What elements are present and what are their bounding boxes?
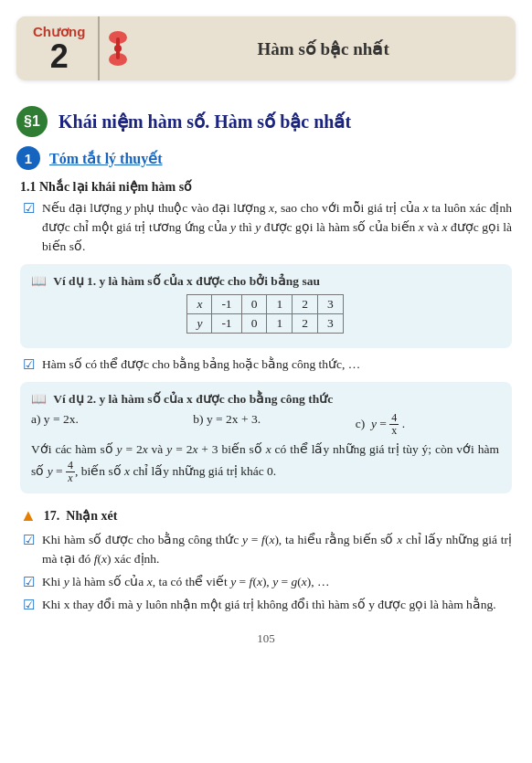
book-icon: 📖 bbox=[31, 274, 47, 288]
bullet-item-2: ☑ Hàm số có thể được cho bằng bảng hoặc … bbox=[20, 355, 512, 375]
example-2-row: a) y = 2x. b) y = 2x + 3. c) y = 4 x . bbox=[31, 412, 499, 437]
table-x-3: 3 bbox=[317, 294, 343, 313]
table-x-0: 0 bbox=[241, 294, 267, 313]
fraction-4-x: 4 x bbox=[389, 412, 399, 437]
example-2-title: 📖 Ví dụ 2. y là hàm số của x được cho bằ… bbox=[31, 391, 499, 407]
table-y-neg1: -1 bbox=[212, 313, 241, 333]
book-icon-2: 📖 bbox=[31, 392, 47, 406]
example-2b: b) y = 2x + 3. bbox=[193, 412, 336, 437]
section-header: §1 Khái niệm hàm số. Hàm số bậc nhất bbox=[16, 106, 516, 137]
example-1-title: 📖 Ví dụ 1. y là hàm số của x được cho bở… bbox=[31, 273, 499, 289]
svg-point-3 bbox=[114, 45, 122, 52]
subsection-header: 1 Tóm tắt lý thuyết bbox=[16, 146, 516, 170]
note-17-title: 17. Nhận xét bbox=[44, 508, 118, 524]
bullet-item-1: ☑ Nếu đại lượng y phụ thuộc vào đại lượn… bbox=[20, 199, 512, 257]
example-2a: a) y = 2x. bbox=[31, 412, 175, 437]
chapter-banner: Chương 2 Hàm số bậc nhất bbox=[16, 16, 516, 80]
table-y-1: 1 bbox=[267, 313, 293, 333]
note-bullet-text-2: Khi y là hàm số của x, ta có thể viết y … bbox=[42, 573, 330, 592]
fraction-4-x-2: 4 x bbox=[66, 460, 75, 484]
example-2c: c) y = 4 x . bbox=[356, 412, 499, 437]
bullet-text-1: Nếu đại lượng y phụ thuộc vào đại lượng … bbox=[42, 199, 512, 257]
example-2-note: Với các hàm số y = 2x và y = 2x + 3 biến… bbox=[31, 440, 499, 484]
note-bullet-3: ☑ Khi x thay đổi mà y luôn nhận một giá … bbox=[20, 596, 512, 615]
page-number: 105 bbox=[0, 631, 532, 653]
content-area: 1.1 Nhắc lại khái niệm hàm số ☑ Nếu đại … bbox=[20, 179, 512, 615]
table-y-0: 0 bbox=[241, 313, 267, 333]
example-box-2: 📖 Ví dụ 2. y là hàm số của x được cho bằ… bbox=[20, 382, 512, 494]
note-17-header: ▲ 17. Nhận xét bbox=[20, 506, 512, 525]
chapter-number: 2 bbox=[50, 40, 69, 73]
frac-denominator: x bbox=[389, 425, 399, 437]
frac-numerator-2: 4 bbox=[66, 460, 75, 472]
table-x-2: 2 bbox=[293, 294, 318, 313]
table-header-x: x bbox=[187, 294, 212, 313]
table-y-2: 2 bbox=[293, 313, 318, 333]
checkbox-icon-4: ☑ bbox=[20, 574, 37, 590]
chapter-title: Hàm số bậc nhất bbox=[258, 38, 389, 59]
table-y-3: 3 bbox=[317, 313, 343, 333]
sub-heading-1-1: 1.1 Nhắc lại khái niệm hàm số bbox=[20, 179, 512, 195]
chapter-title-area: Hàm số bậc nhất bbox=[131, 16, 516, 80]
chapter-decoration-icon bbox=[105, 16, 131, 80]
note-bullet-2: ☑ Khi y là hàm số của x, ta có thể viết … bbox=[20, 573, 512, 592]
note-bullet-1: ☑ Khi hàm số được cho bằng công thức y =… bbox=[20, 531, 512, 569]
chapter-left: Chương 2 bbox=[16, 16, 100, 80]
checkbox-icon: ☑ bbox=[20, 200, 37, 217]
section-title: Khái niệm hàm số. Hàm số bậc nhất bbox=[59, 111, 351, 132]
bullet-text-2: Hàm số có thể được cho bằng bảng hoặc bằ… bbox=[42, 355, 360, 375]
table-x-1: 1 bbox=[267, 294, 293, 313]
table-x-neg1: -1 bbox=[212, 294, 241, 313]
frac-denominator-2: x bbox=[66, 472, 74, 484]
subsection-title: Tóm tắt lý thuyết bbox=[49, 150, 163, 167]
subsection-badge: 1 bbox=[16, 146, 40, 170]
table-header-y: y bbox=[187, 313, 212, 333]
note-bullet-text-3: Khi x thay đổi mà y luôn nhận một giá tr… bbox=[42, 596, 496, 615]
checkbox-icon-2: ☑ bbox=[20, 356, 37, 373]
section-badge: §1 bbox=[16, 106, 48, 137]
example-box-1: 📖 Ví dụ 1. y là hàm số của x được cho bở… bbox=[20, 264, 512, 348]
checkbox-icon-5: ☑ bbox=[20, 597, 37, 613]
example-1-table: x -1 0 1 2 3 y -1 0 1 2 3 bbox=[186, 294, 343, 334]
checkbox-icon-3: ☑ bbox=[20, 532, 37, 548]
warning-triangle-icon: ▲ bbox=[20, 506, 37, 525]
frac-numerator: 4 bbox=[389, 412, 399, 425]
note-bullet-text-1: Khi hàm số được cho bằng công thức y = f… bbox=[42, 531, 512, 569]
